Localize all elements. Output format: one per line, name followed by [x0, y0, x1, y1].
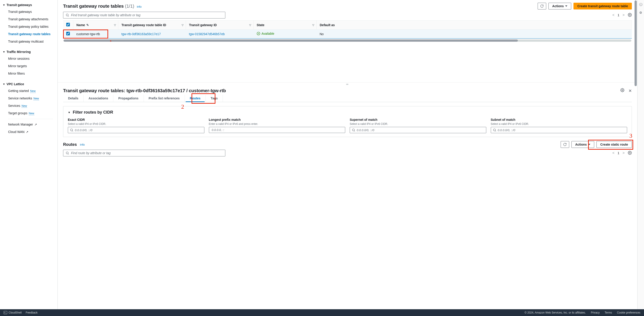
tab-associations[interactable]: Associations [84, 95, 113, 102]
tab-routes[interactable]: Routes [185, 95, 206, 102]
exact-cidr-input[interactable] [75, 128, 202, 132]
routes-refresh-button[interactable] [561, 141, 569, 148]
sort-icon[interactable]: ▽ [312, 24, 314, 26]
settings-panel-icon[interactable]: ⚙ [639, 11, 642, 14]
nav-item-mirror-targets[interactable]: Mirror targets [0, 62, 58, 70]
horizontal-scrollbar[interactable] [64, 40, 632, 42]
filter-routes-toggle[interactable]: ▼ Filter routes by CIDR [68, 110, 627, 115]
select-all-checkbox[interactable] [66, 23, 70, 26]
subnet-input-wrapper[interactable] [491, 127, 627, 133]
cookie-preferences-link[interactable]: Cookie preferences [617, 311, 640, 314]
svg-line-10 [495, 131, 496, 132]
tab-propagations[interactable]: Propagations [113, 95, 144, 102]
routes-info-link[interactable]: info [80, 143, 85, 146]
cloudshell-icon: >_ [4, 311, 7, 314]
create-route-table-button[interactable]: Create transit gateway route table [574, 3, 632, 10]
sort-icon[interactable]: ▽ [182, 24, 184, 26]
nav-item-target-groups[interactable]: Target groupsNew [0, 110, 58, 117]
search-input[interactable] [71, 13, 223, 17]
nav-item-mirror-filters[interactable]: Mirror filters [0, 70, 58, 77]
supernet-label: Supernet of match [350, 118, 486, 122]
supernet-hint: Select a valid IP4 or IPv6 CIDR. [350, 122, 486, 126]
info-link[interactable]: info [137, 5, 142, 8]
detail-title: Transit gateway route tables: tgw-rtb-0d… [63, 88, 226, 93]
cell-name: customer-tgw-rtb [73, 30, 118, 38]
col-tgw-id[interactable]: Transit gateway ID▽ [186, 20, 254, 30]
prev-page-button[interactable]: < [612, 13, 614, 17]
create-static-route-button[interactable]: Create static route [596, 141, 632, 148]
actions-button[interactable]: Actions [548, 3, 571, 10]
tab-prefix-list[interactable]: Prefix list references [144, 95, 185, 102]
routes-settings-icon[interactable] [628, 151, 632, 156]
settings-gear-icon[interactable] [628, 13, 632, 18]
nav-item-getting-started[interactable]: Getting startedNew [0, 87, 58, 95]
nav-section-vpc-lattice[interactable]: ▼ VPC Lattice [0, 81, 58, 87]
routes-search-wrapper[interactable] [63, 150, 225, 156]
svg-line-12 [68, 154, 69, 154]
subnet-input[interactable] [498, 128, 625, 132]
routes-page-number: 1 [618, 151, 620, 155]
external-link-icon: ↗ [26, 130, 28, 134]
next-page-button[interactable]: > [622, 13, 624, 17]
terms-link[interactable]: Terms [604, 311, 612, 314]
sort-icon[interactable]: ▽ [249, 24, 251, 26]
privacy-link[interactable]: Privacy [591, 311, 600, 314]
tab-tags[interactable]: Tags [206, 95, 223, 102]
nav-item-service-networks[interactable]: Service networksNew [0, 95, 58, 102]
close-detail-icon[interactable]: ✕ [628, 88, 632, 93]
tab-details[interactable]: Details [63, 95, 84, 102]
supernet-input[interactable] [357, 128, 484, 132]
nav-item-label: Target groups [8, 111, 28, 115]
routes-title: Routes info [63, 142, 85, 147]
nav-item-tgw-policy-tables[interactable]: Transit gateway policy tables [0, 23, 58, 30]
col-state[interactable]: State▽ [254, 20, 316, 30]
vertical-scrollbar[interactable] [634, 0, 637, 86]
cell-tgw-id-link[interactable]: tgw-01582947d546b57eb [189, 32, 225, 36]
nav-item-services[interactable]: ServicesNew [0, 102, 58, 110]
nav-item-cloud-wan[interactable]: Cloud WAN↗ [0, 128, 58, 136]
svg-line-1 [68, 16, 69, 16]
feedback-link[interactable]: Feedback [26, 311, 38, 314]
supernet-input-wrapper[interactable] [350, 127, 486, 133]
info-panel-icon[interactable]: ⓘ [639, 3, 642, 7]
nav-item-tgw-route-tables[interactable]: Transit gateway route tables [0, 30, 58, 38]
longest-prefix-input-wrapper[interactable] [209, 127, 346, 133]
caret-down-icon: ▼ [3, 50, 5, 53]
nav-item-tgw-attachments[interactable]: Transit gateway attachments [0, 16, 58, 23]
nav-section-transit-gateways[interactable]: ▼ Transit gateways [0, 2, 58, 8]
refresh-button[interactable] [538, 3, 546, 10]
nav-item-transit-gateways[interactable]: Transit gateways [0, 8, 58, 16]
routes-actions-button[interactable]: Actions [572, 141, 594, 148]
routes-search-input[interactable] [71, 151, 223, 155]
split-handle[interactable]: ═ [58, 82, 637, 86]
external-link-icon: ↗ [34, 123, 37, 126]
nav-section-traffic-mirroring[interactable]: ▼ Traffic Mirroring [0, 49, 58, 55]
actions-label: Actions [552, 4, 564, 8]
table-row[interactable]: customer-tgw-rtb tgw-rtb-0df36163a59c17e… [63, 30, 632, 38]
nav-section-title: Transit gateways [6, 3, 32, 7]
status-text: Available [262, 32, 274, 36]
exact-cidr-input-wrapper[interactable] [68, 127, 204, 133]
detail-settings-icon[interactable] [620, 88, 624, 93]
nav-item-network-manager[interactable]: Network Manager↗ [0, 121, 58, 128]
footer-bar: >_ CloudShell Feedback © 2024, Amazon We… [0, 309, 644, 316]
row-checkbox[interactable] [66, 32, 70, 36]
filter-routes-title: Filter routes by CIDR [73, 110, 113, 115]
col-name[interactable]: Name✎▽ [73, 20, 118, 30]
search-input-wrapper[interactable] [63, 12, 225, 18]
routes-next-page[interactable]: > [622, 151, 624, 155]
col-rtb-id[interactable]: Transit gateway route table ID▽ [118, 20, 186, 30]
cell-rtb-id-link[interactable]: tgw-rtb-0df36163a59c17e17 [122, 32, 161, 36]
routes-title-text: Routes [63, 142, 77, 147]
sort-icon[interactable]: ▽ [114, 24, 116, 26]
nav-item-tgw-multicast[interactable]: Transit gateway multicast [0, 38, 58, 45]
longest-prefix-input[interactable] [212, 128, 344, 132]
cloudshell-button[interactable]: >_ CloudShell [4, 311, 22, 314]
routes-prev-page[interactable]: < [612, 151, 614, 155]
col-default[interactable]: Default as [316, 20, 632, 30]
nav-item-mirror-sessions[interactable]: Mirror sessions [0, 55, 58, 62]
longest-prefix-hint: Enter a valid IP4 or IPv6 and press ente… [209, 122, 346, 126]
detail-panel: Transit gateway route tables: tgw-rtb-0d… [58, 86, 637, 171]
new-badge: New [30, 90, 36, 93]
edit-icon[interactable]: ✎ [86, 23, 89, 27]
